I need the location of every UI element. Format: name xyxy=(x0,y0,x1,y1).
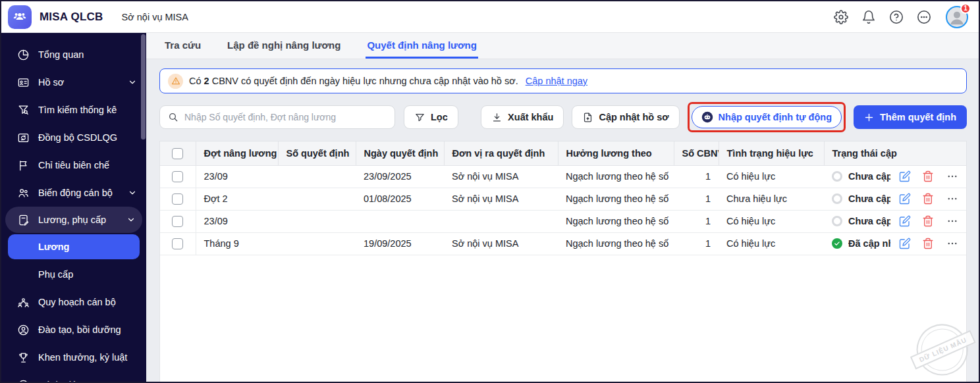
sidebar-item-ho-so[interactable]: Hồ sơ xyxy=(1,68,146,96)
sidebar-item-tong-quan[interactable]: Tổng quan xyxy=(1,41,146,68)
user-avatar[interactable]: 1 xyxy=(946,6,968,28)
update-profile-button-label: Cập nhật hồ sơ xyxy=(599,112,668,122)
document-refresh-icon xyxy=(582,112,593,123)
sidebar-item-dao-tao-boi-duong[interactable]: Đào tạo, bồi dưỡng xyxy=(1,316,146,344)
row-more-icon[interactable] xyxy=(946,170,958,182)
edit-icon[interactable] xyxy=(899,170,911,182)
status-pending-icon xyxy=(832,193,842,204)
row-checkbox[interactable] xyxy=(172,238,183,249)
tab-quyet-dinh-nang-luong[interactable]: Quyết định nâng lương xyxy=(366,33,478,59)
tab-tra-cuu[interactable]: Tra cứu xyxy=(163,33,202,59)
cell-so-cbnv: 1 xyxy=(674,188,719,210)
sidebar-item-luong-phu-cap[interactable]: Lương, phụ cấp xyxy=(5,207,142,233)
top-bar: MISA QLCB Sở nội vụ MISA 1 xyxy=(1,1,979,33)
status-pending-icon xyxy=(832,171,842,182)
sidebar-item-khen-thuong-ky-luat[interactable]: Khen thưởng, kỷ luật xyxy=(1,344,146,371)
column-header: Đợt nâng lương xyxy=(196,141,278,165)
notification-badge: 1 xyxy=(960,3,971,14)
delete-trash-icon[interactable] xyxy=(922,238,934,249)
cell-dot-nang-luong: 23/09 xyxy=(196,210,278,232)
table-row[interactable]: 23/09 Ngạch lương theo hệ số 1 Có hiệu l… xyxy=(160,210,966,232)
highlight-red-box: Nhập quyết định tự động xyxy=(688,102,846,132)
organization-name: Sở nội vụ MISA xyxy=(122,12,188,22)
filter-funnel-icon xyxy=(414,112,425,123)
row-checkbox[interactable] xyxy=(172,171,183,182)
row-more-icon[interactable] xyxy=(946,193,958,205)
column-header: Trạng thái cập xyxy=(824,141,966,165)
sidebar-item-chi-tieu-bien-che[interactable]: Chỉ tiêu biên chế xyxy=(1,151,146,179)
row-more-icon[interactable] xyxy=(946,215,958,227)
cell-trang-thai: Chưa cập xyxy=(848,193,890,204)
app-window: MISA QLCB Sở nội vụ MISA 1 Tổng quan Hồ … xyxy=(0,0,980,383)
cell-ngay-quyet-dinh xyxy=(356,210,444,232)
delete-trash-icon[interactable] xyxy=(922,193,934,205)
sidebar-item-label: Tìm kiếm thống kê xyxy=(38,105,117,115)
help-icon[interactable] xyxy=(889,10,904,24)
decisions-table: Đợt nâng lương Số quyết định Ngày quyết … xyxy=(159,141,967,382)
cell-so-cbnv: 1 xyxy=(674,210,719,232)
cell-hieu-luc: Có hiệu lực xyxy=(719,210,824,232)
sidebar-item-label: Phụ cấp xyxy=(38,269,73,280)
cell-hieu-luc: Chưa hiệu lực xyxy=(719,188,824,210)
cell-huong-luong: Ngạch lương theo hệ số xyxy=(558,210,674,232)
notifications-bell-icon[interactable] xyxy=(861,10,876,24)
sidebar-scrollbar[interactable] xyxy=(141,34,146,140)
table-row[interactable]: 23/09 23/09/2025 Sở nội vụ MISA Ngạch lư… xyxy=(160,165,966,188)
cell-so-cbnv: 1 xyxy=(674,165,719,188)
row-checkbox[interactable] xyxy=(172,216,183,227)
export-button-label: Xuất khẩu xyxy=(508,112,553,122)
sidebar-item-danh-gia[interactable]: Đánh giá xyxy=(1,371,146,382)
settings-gear-icon[interactable] xyxy=(834,10,848,24)
sidebar-item-dong-bo-csdlqg[interactable]: Đồng bộ CSDLQG xyxy=(1,124,146,151)
edit-icon[interactable] xyxy=(899,193,911,205)
more-options-icon[interactable] xyxy=(917,10,931,24)
cell-dot-nang-luong: Tháng 9 xyxy=(196,232,278,255)
cell-ngay-quyet-dinh: 19/09/2025 xyxy=(356,232,444,255)
toolbar-right-actions: Xuất khẩu Cập nhật hồ sơ Nhập quyết định… xyxy=(481,102,967,132)
sidebar-item-tim-kiem-thong-ke[interactable]: Tìm kiếm thống kê xyxy=(1,96,146,124)
sidebar-item-quy-hoach-can-bo[interactable]: Quy hoạch cán bộ xyxy=(1,288,146,316)
delete-trash-icon[interactable] xyxy=(922,170,934,182)
cell-hieu-luc: Có hiệu lực xyxy=(719,165,824,188)
filter-button[interactable]: Lọc xyxy=(404,105,458,129)
sidebar-subitem-luong[interactable]: Lương xyxy=(8,234,140,259)
table-row[interactable]: Tháng 9 19/09/2025 Sở nội vụ MISA Ngạch … xyxy=(160,232,966,255)
delete-trash-icon[interactable] xyxy=(922,215,934,227)
sidebar-item-label: Tổng quan xyxy=(38,49,84,60)
app-title: MISA QLCB xyxy=(40,11,103,24)
sidebar-subitem-phu-cap[interactable]: Phụ cấp xyxy=(1,261,146,288)
auto-import-decision-button[interactable]: Nhập quyết định tự động xyxy=(692,106,842,128)
sidebar-item-bien-dong-can-bo[interactable]: Biến động cán bộ xyxy=(1,179,146,207)
search-input[interactable] xyxy=(184,112,387,122)
id-card-icon xyxy=(17,76,30,89)
tab-bar: Tra cứu Lập đề nghị nâng lương Quyết địn… xyxy=(146,33,979,59)
cell-don-vi: Sở nội vụ MISA xyxy=(444,188,558,210)
update-now-link[interactable]: Cập nhật ngay xyxy=(526,76,587,86)
sync-database-icon xyxy=(17,132,30,144)
update-profile-button[interactable]: Cập nhật hồ sơ xyxy=(572,105,679,129)
main-panel: Tra cứu Lập đề nghị nâng lương Quyết địn… xyxy=(146,33,979,382)
sidebar: Tổng quan Hồ sơ Tìm kiếm thống kê Đồng b… xyxy=(1,33,146,382)
tab-lap-de-nghi-nang-luong[interactable]: Lập đề nghị nâng lương xyxy=(226,33,342,59)
sidebar-item-label: Biến động cán bộ xyxy=(38,188,113,198)
topbar-actions: 1 xyxy=(834,6,968,28)
person-circle-icon xyxy=(17,324,30,336)
row-more-icon[interactable] xyxy=(946,238,958,249)
chevron-down-icon xyxy=(128,78,137,87)
sidebar-item-label: Đánh giá xyxy=(38,380,76,382)
sidebar-item-label: Đào tạo, bồi dưỡng xyxy=(38,324,121,335)
table-row[interactable]: Đợt 2 01/08/2025 Sở nội vụ MISA Ngạch lư… xyxy=(160,188,966,210)
cell-so-quyet-dinh xyxy=(278,232,356,255)
search-box xyxy=(159,105,395,129)
row-checkbox[interactable] xyxy=(172,193,183,205)
edit-icon[interactable] xyxy=(899,215,911,227)
auto-import-label: Nhập quyết định tự động xyxy=(719,112,832,122)
cell-huong-luong: Ngạch lương theo hệ số xyxy=(558,232,674,255)
column-header: Tình trạng hiệu lực xyxy=(719,141,824,165)
search-icon xyxy=(168,112,178,122)
column-header: Hưởng lương theo xyxy=(558,141,674,165)
select-all-checkbox[interactable] xyxy=(172,148,183,159)
edit-icon[interactable] xyxy=(899,238,911,249)
export-button[interactable]: Xuất khẩu xyxy=(481,105,564,129)
add-decision-button[interactable]: Thêm quyết định xyxy=(854,105,967,129)
